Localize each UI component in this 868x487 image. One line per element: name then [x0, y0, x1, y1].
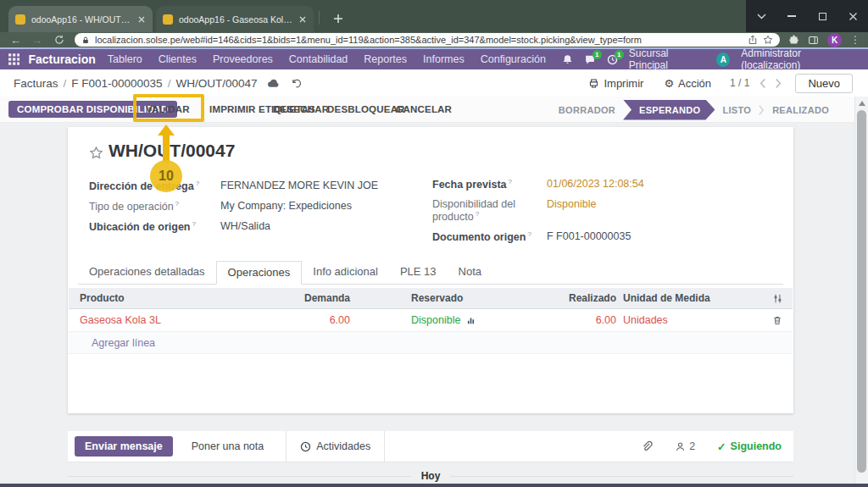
close-tab-icon[interactable]: [298, 15, 307, 24]
state-esperando-active[interactable]: ESPERANDO: [623, 100, 715, 120]
user-avatar[interactable]: A: [716, 53, 730, 67]
state-borrador[interactable]: BORRADOR: [559, 105, 615, 115]
help-marker: ?: [192, 220, 195, 228]
notifications-bell-icon[interactable]: [562, 54, 573, 65]
print-button[interactable]: Imprimir: [588, 77, 643, 90]
cell-reservado: Disponible: [411, 314, 460, 326]
page-scrollbar-track[interactable]: [854, 97, 868, 487]
cell-unidad[interactable]: Unidades: [616, 314, 726, 326]
followers-button[interactable]: 2: [675, 440, 695, 452]
forward-icon[interactable]: →: [31, 35, 42, 46]
activities-clock-icon[interactable]: 1: [607, 54, 618, 65]
bookmark-star-icon[interactable]: [763, 35, 773, 45]
breadcrumb-invoice[interactable]: F F001-00000035: [71, 77, 162, 90]
chat-badge: 1: [593, 50, 602, 59]
browser-tab-current[interactable]: odooApp16 - WH/OUT/00047: [8, 6, 153, 32]
menu-configuracion[interactable]: Configuración: [481, 53, 546, 65]
cell-realizado[interactable]: 6.00: [538, 314, 616, 326]
browser-tab-product[interactable]: odooApp16 - Gaseosa Kola 3L: [156, 6, 314, 32]
url-text[interactable]: localizacion.solse.pe/web#id=146&cids=1&…: [95, 35, 743, 45]
company-switcher[interactable]: Sucursal Principal: [629, 47, 705, 71]
annotation-arrow-shaft: [163, 134, 170, 163]
back-icon[interactable]: ←: [10, 35, 21, 46]
activity-badge: 1: [615, 50, 624, 59]
reload-icon[interactable]: [54, 35, 64, 45]
state-realizado[interactable]: REALIZADO: [772, 105, 829, 115]
optional-columns-icon[interactable]: [772, 293, 783, 304]
scrap-button[interactable]: DESECHAR: [273, 104, 329, 114]
attachment-paperclip-icon[interactable]: [641, 440, 653, 452]
header-demanda[interactable]: Demanda: [281, 292, 350, 304]
cell-demanda[interactable]: 6.00: [281, 314, 350, 326]
menu-informes[interactable]: Informes: [423, 53, 465, 65]
lock-icon: [81, 36, 90, 45]
share-icon[interactable]: [748, 35, 758, 45]
field-disponibilidad: Disponibilidad del producto? Disponible: [432, 198, 771, 223]
user-menu[interactable]: Administrator (localizacion): [741, 47, 856, 71]
field-group-left: Dirección de entrega? FERNANDEZ MORE KEV…: [89, 180, 403, 241]
field-label: Disponibilidad del producto: [432, 198, 515, 223]
forecast-chart-icon[interactable]: [465, 315, 476, 325]
field-value-documento[interactable]: F F001-00000035: [547, 230, 631, 243]
field-value-ubicacion[interactable]: WH/Salida: [220, 220, 270, 233]
minimize-button[interactable]: [776, 0, 807, 32]
annotation-highlight-box: [133, 94, 204, 122]
log-note-button[interactable]: Poner una nota: [192, 440, 264, 452]
field-value-tipo-operacion[interactable]: My Company: Expediciones: [220, 200, 352, 213]
window-chevron-button[interactable]: [746, 0, 776, 32]
unlock-button[interactable]: DESBLOQUEAR: [327, 104, 405, 114]
menu-clientes[interactable]: Clientes: [159, 53, 197, 65]
odoo-favicon: [163, 14, 173, 25]
header-realizado[interactable]: Realizado: [538, 292, 616, 304]
tab-ple-13[interactable]: PLE 13: [389, 261, 448, 284]
pager-next-icon[interactable]: [775, 78, 782, 89]
messages-chat-icon[interactable]: 1: [584, 54, 596, 65]
side-panel-icon[interactable]: [808, 35, 819, 46]
maximize-button[interactable]: [807, 0, 837, 32]
pager-previous-icon[interactable]: [760, 78, 766, 89]
app-name[interactable]: Facturacion: [28, 53, 95, 66]
close-window-button[interactable]: [837, 0, 868, 32]
header-producto[interactable]: Producto: [69, 292, 281, 304]
menu-proveedores[interactable]: Proveedores: [213, 53, 273, 65]
tab-info-adicional[interactable]: Info adicional: [302, 261, 389, 284]
browser-profile-avatar[interactable]: K: [827, 33, 842, 47]
menu-tablero[interactable]: Tablero: [108, 53, 142, 65]
cancel-button[interactable]: CANCELAR: [396, 104, 452, 114]
tab-separator: [319, 11, 320, 25]
menu-reportes[interactable]: Reportes: [364, 53, 407, 65]
url-bar[interactable]: localizacion.solse.pe/web#id=146&cids=1&…: [75, 33, 780, 47]
close-tab-icon[interactable]: [137, 15, 146, 24]
add-line-link[interactable]: Agregar línea: [69, 337, 155, 349]
send-message-button[interactable]: Enviar mensaje: [75, 436, 173, 457]
cell-producto[interactable]: Gaseosa Kola 3L: [69, 314, 281, 326]
following-toggle[interactable]: ✓ Siguiendo: [717, 440, 782, 453]
extensions-icon[interactable]: [788, 35, 799, 46]
date-divider: Hoy: [68, 470, 793, 482]
header-unidad-medida[interactable]: Unidad de Medida: [616, 292, 726, 304]
field-value-fecha-prevista[interactable]: 01/06/2023 12:08:54: [547, 178, 644, 191]
tab-nota[interactable]: Nota: [448, 261, 492, 284]
scrollbar-thumb[interactable]: [857, 110, 866, 473]
table-row[interactable]: Gaseosa Kola 3L 6.00 Disponible 6.00 Uni…: [69, 309, 793, 332]
discard-undo-icon[interactable]: [291, 78, 302, 89]
activities-button[interactable]: Actividades: [286, 431, 385, 462]
delete-row-trash-icon[interactable]: [772, 315, 782, 326]
tab-operaciones[interactable]: Operaciones: [216, 261, 303, 285]
save-cloud-icon[interactable]: [267, 78, 280, 88]
apps-grid-icon[interactable]: [8, 53, 19, 65]
header-reservado[interactable]: Reservado: [411, 292, 538, 304]
field-label: Ubicación de origen: [89, 221, 190, 233]
scrollbar-up-arrow[interactable]: [859, 101, 865, 106]
new-tab-button[interactable]: [327, 8, 349, 30]
field-value-direccion[interactable]: FERNANDEZ MORE KEVIN JOE: [220, 180, 378, 192]
tab-operaciones-detalladas[interactable]: Operaciones detalladas: [78, 261, 216, 284]
state-listo[interactable]: LISTO: [722, 105, 751, 115]
favorite-star-icon[interactable]: [89, 146, 103, 160]
odoo-navbar: Facturacion Tablero Clientes Proveedores…: [0, 49, 868, 69]
menu-contabilidad[interactable]: Contabilidad: [289, 53, 348, 65]
action-menu-button[interactable]: ⚙ Acción: [664, 77, 711, 90]
breadcrumb-facturas[interactable]: Facturas: [14, 77, 58, 90]
new-record-button[interactable]: Nuevo: [795, 74, 853, 93]
browser-menu-icon[interactable]: ⋮: [850, 34, 860, 46]
